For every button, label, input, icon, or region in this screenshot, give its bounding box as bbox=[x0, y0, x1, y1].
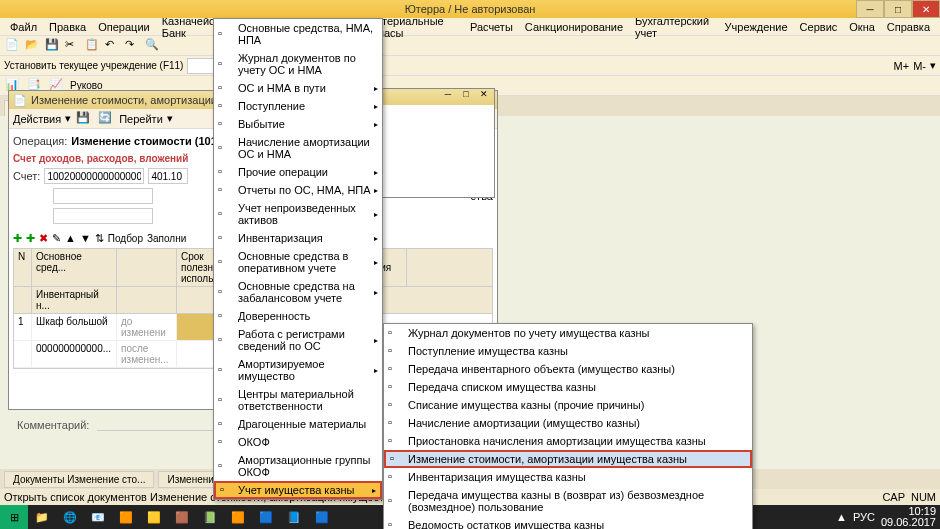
maximize-button[interactable]: □ bbox=[884, 0, 912, 18]
chrome-icon[interactable]: 🌐 bbox=[56, 505, 84, 529]
inner-min-icon[interactable]: ─ bbox=[440, 89, 456, 103]
submenu-item[interactable]: ▫Передача инвентарного объекта (имуществ… bbox=[384, 360, 752, 378]
submenu-item[interactable]: ▫Ведомость остатков имущества казны bbox=[384, 516, 752, 529]
submenu-item[interactable]: ▫Изменение стоимости, амортизации имущес… bbox=[384, 450, 752, 468]
delete-row-icon[interactable]: ✖ bbox=[39, 232, 48, 245]
col-asset[interactable]: Основное сред... bbox=[32, 249, 117, 286]
menu-item[interactable]: ▫Драгоценные материалы bbox=[214, 415, 382, 433]
save-icon[interactable]: 💾 bbox=[44, 37, 62, 55]
doc-refresh-icon[interactable]: 🔄 bbox=[97, 110, 115, 128]
menu-item[interactable]: ▫Отчеты по ОС, НМА, НПА▸ bbox=[214, 181, 382, 199]
actions-menu[interactable]: Действия bbox=[13, 113, 61, 125]
submenu-item[interactable]: ▫Передача списком имущества казны bbox=[384, 378, 752, 396]
menu-расчеты[interactable]: Расчеты bbox=[464, 19, 519, 35]
doc-save-icon[interactable]: 💾 bbox=[75, 110, 93, 128]
menu-санкционирование[interactable]: Санкционирование bbox=[519, 19, 629, 35]
menu-item[interactable]: ▫Учет имущества казны▸ bbox=[214, 481, 382, 499]
add-row-icon[interactable]: ✚ bbox=[13, 232, 22, 245]
dropdown-icon[interactable]: ▾ bbox=[930, 59, 936, 72]
menu-item[interactable]: ▫Основные средства на забалансовом учете… bbox=[214, 277, 382, 307]
col-change[interactable] bbox=[117, 249, 177, 286]
up-icon[interactable]: ▲ bbox=[65, 232, 76, 244]
extra-input2[interactable] bbox=[53, 208, 153, 224]
menu-item[interactable]: ▫Инвентаризация▸ bbox=[214, 229, 382, 247]
menu-item[interactable]: ▫Центры материальной ответственности bbox=[214, 385, 382, 415]
start-button[interactable]: ⊞ bbox=[0, 505, 28, 529]
menu-учреждение[interactable]: Учреждение bbox=[719, 19, 794, 35]
open-icon[interactable]: 📂 bbox=[24, 37, 42, 55]
select-btn[interactable]: Подбор bbox=[108, 233, 143, 244]
menu-item[interactable]: ▫Доверенность bbox=[214, 307, 382, 325]
inner-max-icon[interactable]: □ bbox=[458, 89, 474, 103]
submenu-item[interactable]: ▫Поступление имущества казны bbox=[384, 342, 752, 360]
menu-item[interactable]: ▫Основные средства, НМА, НПА bbox=[214, 19, 382, 49]
app2-icon[interactable]: 🟨 bbox=[140, 505, 168, 529]
menu-сервис[interactable]: Сервис bbox=[794, 19, 844, 35]
menu-item[interactable]: ▫ОС и НМА в пути▸ bbox=[214, 79, 382, 97]
submenu-item[interactable]: ▫Приостановка начисления амортизации иму… bbox=[384, 432, 752, 450]
undo-icon[interactable]: ↶ bbox=[104, 37, 122, 55]
menu-item[interactable]: ▫Журнал документов по учету ОС и НМА bbox=[214, 49, 382, 79]
explorer-icon[interactable]: 📁 bbox=[28, 505, 56, 529]
new-icon[interactable]: 📄 bbox=[4, 37, 22, 55]
m-minus[interactable]: M- bbox=[913, 60, 926, 72]
tray-flag-icon[interactable]: ▲ bbox=[836, 511, 847, 523]
app4-icon[interactable]: 🟧 bbox=[224, 505, 252, 529]
menu-item[interactable]: ▫Учет непроизведенных активов▸ bbox=[214, 199, 382, 229]
chevron-right-icon: ▸ bbox=[374, 336, 378, 345]
menu-item-icon: ▫ bbox=[218, 285, 232, 299]
menu-item[interactable]: ▫Основные средства в оперативном учете▸ bbox=[214, 247, 382, 277]
submenu-item[interactable]: ▫Начисление амортизации (имущество казны… bbox=[384, 414, 752, 432]
submenu-item-icon: ▫ bbox=[388, 380, 402, 394]
chevron-right-icon: ▸ bbox=[374, 258, 378, 267]
inner-close-icon[interactable]: ✕ bbox=[476, 89, 492, 103]
minimize-button[interactable]: ─ bbox=[856, 0, 884, 18]
extra-input1[interactable] bbox=[53, 188, 153, 204]
close-button[interactable]: ✕ bbox=[912, 0, 940, 18]
bottom-tab-1[interactable]: Документы Изменение сто... bbox=[4, 471, 154, 488]
menu-item[interactable]: ▫Прочие операции▸ bbox=[214, 163, 382, 181]
account-code2[interactable] bbox=[148, 168, 188, 184]
outlook-icon[interactable]: 📧 bbox=[84, 505, 112, 529]
excel-icon[interactable]: 📗 bbox=[196, 505, 224, 529]
col-inventory[interactable]: Инвентарный н... bbox=[32, 287, 117, 313]
menu-справка[interactable]: Справка bbox=[881, 19, 936, 35]
app3-icon[interactable]: 🟫 bbox=[168, 505, 196, 529]
down-icon[interactable]: ▼ bbox=[80, 232, 91, 244]
goto-menu[interactable]: Перейти bbox=[119, 113, 163, 125]
menu-item[interactable]: ▫Начисление амортизации ОС и НМА bbox=[214, 133, 382, 163]
copy-icon[interactable]: 📋 bbox=[84, 37, 102, 55]
submenu-item[interactable]: ▫Журнал документов по учету имущества ка… bbox=[384, 324, 752, 342]
treasury-submenu: ▫Журнал документов по учету имущества ка… bbox=[383, 323, 753, 529]
col-n[interactable]: N bbox=[14, 249, 32, 286]
search-icon[interactable]: 🔍 bbox=[144, 37, 162, 55]
menu-item[interactable]: ▫ОКОФ bbox=[214, 433, 382, 451]
m-plus[interactable]: M+ bbox=[894, 60, 910, 72]
word-icon[interactable]: 📘 bbox=[280, 505, 308, 529]
app6-icon[interactable]: 🟦 bbox=[308, 505, 336, 529]
fill-btn[interactable]: Заполни bbox=[147, 233, 186, 244]
submenu-item[interactable]: ▫Передача имущества казны в (возврат из)… bbox=[384, 486, 752, 516]
menu-item[interactable]: ▫Амортизационные группы ОКОФ bbox=[214, 451, 382, 481]
menu-правка[interactable]: Правка bbox=[43, 19, 92, 35]
tray-lang[interactable]: РУС bbox=[853, 511, 875, 523]
account-code1[interactable] bbox=[44, 168, 144, 184]
redo-icon[interactable]: ↷ bbox=[124, 37, 142, 55]
add-copy-icon[interactable]: ✚ bbox=[26, 232, 35, 245]
cut-icon[interactable]: ✂ bbox=[64, 37, 82, 55]
app1-icon[interactable]: 🟧 bbox=[112, 505, 140, 529]
submenu-item[interactable]: ▫Списание имущества казны (прочие причин… bbox=[384, 396, 752, 414]
chevron-right-icon: ▸ bbox=[374, 84, 378, 93]
sort-icon[interactable]: ⇅ bbox=[95, 232, 104, 245]
menu-item[interactable]: ▫Работа с регистрами сведений по ОС▸ bbox=[214, 325, 382, 355]
menu-операции[interactable]: Операции bbox=[92, 19, 155, 35]
menu-item[interactable]: ▫Выбытие▸ bbox=[214, 115, 382, 133]
menu-item-icon: ▫ bbox=[218, 117, 232, 131]
app5-icon[interactable]: 🟦 bbox=[252, 505, 280, 529]
menu-item[interactable]: ▫Амортизируемое имущество▸ bbox=[214, 355, 382, 385]
menu-item[interactable]: ▫Поступление▸ bbox=[214, 97, 382, 115]
edit-row-icon[interactable]: ✎ bbox=[52, 232, 61, 245]
menu-файл[interactable]: Файл bbox=[4, 19, 43, 35]
menu-окна[interactable]: Окна bbox=[843, 19, 881, 35]
submenu-item[interactable]: ▫Инвентаризация имущества казны bbox=[384, 468, 752, 486]
